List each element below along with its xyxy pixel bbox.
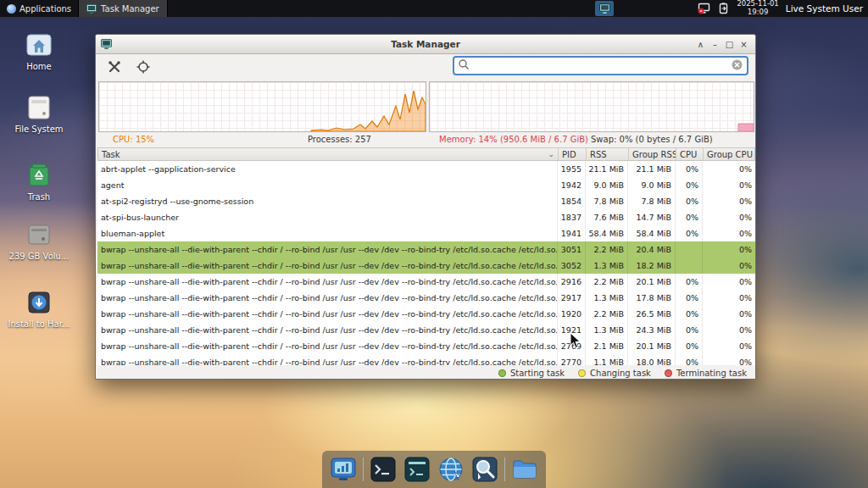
remote-display-tray-icon[interactable] <box>698 3 710 14</box>
column-header-task[interactable]: Task ⌄ <box>98 148 559 160</box>
rss-cell: 7.6 MiB <box>586 209 628 225</box>
stats-row: CPU: 15% Processes: 257 Memory: 14% (950… <box>96 135 755 147</box>
cpu-cell <box>676 258 703 274</box>
cpu-cell: 0% <box>676 209 703 225</box>
table-row[interactable]: bwrap --unshare-all --die-with-parent --… <box>97 290 755 306</box>
group-rss-cell: 18.0 MiB <box>628 354 676 365</box>
desktop-icon-installer[interactable]: Install to Har... <box>7 288 71 329</box>
table-row[interactable]: at-spi-bus-launcher 1837 7.6 MiB 14.7 Mi… <box>97 209 755 225</box>
terminal-icon <box>370 456 397 483</box>
rss-cell: 1.3 MiB <box>586 258 628 274</box>
swap-stat: Swap: 0% (0 bytes / 6.7 GiB) <box>591 135 713 144</box>
desktop-icon-volume[interactable]: 239 GB Volu... <box>7 220 71 261</box>
rss-cell: 1.1 MiB <box>586 354 628 365</box>
rss-cell: 1.3 MiB <box>586 290 628 306</box>
task-cell: agent <box>97 177 558 193</box>
process-rows: abrt-applet --gapplication-service 1955 … <box>97 161 755 365</box>
cpu-cell: 0% <box>676 290 703 306</box>
desktop-icon-label: Install to Har... <box>8 319 70 329</box>
pid-cell: 2769 <box>558 338 586 354</box>
group-rss-cell: 20.4 MiB <box>628 241 676 258</box>
task-cell: bwrap --unshare-all --die-with-parent --… <box>97 290 558 306</box>
cpu-cell: 0% <box>676 306 703 322</box>
table-row[interactable]: bwrap --unshare-all --die-with-parent --… <box>97 274 755 290</box>
search-box <box>453 56 748 75</box>
group-rss-cell: 20.1 MiB <box>628 338 676 354</box>
cpu-stat: CPU: 15% <box>113 135 154 144</box>
table-row[interactable]: bwrap --unshare-all --die-with-parent --… <box>97 354 755 365</box>
desktop-icon-filesystem[interactable]: File System <box>7 93 71 134</box>
desktop: Applications Task Manager 2025-11-01 19:… <box>0 0 868 488</box>
group-rss-cell: 9.0 MiB <box>628 177 676 193</box>
group-rss-cell: 17.8 MiB <box>628 290 676 306</box>
shade-button[interactable]: ∧ <box>694 38 707 51</box>
table-row[interactable]: bwrap --unshare-all --die-with-parent --… <box>97 258 755 274</box>
web-browser-icon <box>437 456 465 483</box>
maximize-button[interactable]: □ <box>723 38 736 51</box>
group-rss-cell: 24.3 MiB <box>628 322 676 338</box>
legend-changing: Changing task <box>578 369 651 378</box>
identify-window-button[interactable] <box>133 57 153 77</box>
table-row[interactable]: bwrap --unshare-all --die-with-parent --… <box>97 306 755 322</box>
column-header-pid[interactable]: PID <box>559 148 587 160</box>
clock[interactable]: 2025-11-01 19:09 <box>737 0 778 17</box>
dock-terminal[interactable] <box>369 455 398 484</box>
dock-terminal-alt[interactable] <box>403 455 431 484</box>
table-row[interactable]: abrt-applet --gapplication-service 1955 … <box>97 161 755 177</box>
group-cpu-cell: 0% <box>703 225 755 241</box>
processes-stat: Processes: 257 <box>308 135 371 144</box>
pid-cell: 1942 <box>558 177 586 193</box>
titlebar[interactable]: Task Manager ∧ – □ × <box>96 35 755 54</box>
cpu-cell: 0% <box>676 225 703 241</box>
table-row[interactable]: at-spi2-registryd --use-gnome-session 18… <box>97 193 755 209</box>
group-cpu-cell: 0% <box>703 258 755 274</box>
column-header-group-cpu[interactable]: Group CPU <box>704 148 756 160</box>
group-rss-cell: 18.2 MiB <box>628 258 676 274</box>
window-title: Task Manager <box>96 39 755 49</box>
tray-task-manager-button[interactable] <box>595 1 614 16</box>
clear-search-icon[interactable] <box>732 58 743 74</box>
minimize-button[interactable]: – <box>709 38 721 51</box>
dock-application-finder[interactable] <box>470 455 499 484</box>
group-cpu-cell: 0% <box>703 322 755 338</box>
desktop-icon-home[interactable]: Home <box>7 30 71 71</box>
session-power-tray-icon[interactable] <box>717 3 730 14</box>
pid-cell: 1921 <box>558 322 586 338</box>
dock <box>322 451 546 488</box>
rss-cell: 9.0 MiB <box>586 177 628 193</box>
dock-file-manager[interactable] <box>510 455 539 484</box>
task-cell: bwrap --unshare-all --die-with-parent --… <box>97 306 558 322</box>
desktop-icon-label: Home <box>26 62 52 71</box>
table-row[interactable]: bwrap --unshare-all --die-with-parent --… <box>97 241 755 258</box>
task-cell: bwrap --unshare-all --die-with-parent --… <box>97 338 558 354</box>
dock-web-browser[interactable] <box>437 455 465 484</box>
table-row[interactable]: bwrap --unshare-all --die-with-parent --… <box>97 322 755 338</box>
settings-button[interactable] <box>104 57 125 77</box>
group-cpu-cell: 0% <box>703 193 755 209</box>
column-header-group-rss[interactable]: Group RSS <box>629 148 676 160</box>
table-row[interactable]: agent 1942 9.0 MiB 9.0 MiB 0% 0% <box>97 177 755 193</box>
group-rss-cell: 20.1 MiB <box>628 274 676 290</box>
group-cpu-cell: 0% <box>703 241 755 258</box>
search-input[interactable] <box>470 60 732 71</box>
table-row[interactable]: blueman-applet 1941 58.4 MiB 58.4 MiB 0%… <box>97 225 755 241</box>
rss-cell: 2.1 MiB <box>586 338 628 354</box>
desktop-icon-label: 239 GB Volu... <box>9 252 70 261</box>
dock-separator <box>504 458 505 481</box>
memory-graph <box>429 81 754 132</box>
pid-cell: 1955 <box>558 161 586 177</box>
taskbar-window-button[interactable]: Task Manager <box>78 0 168 17</box>
table-row[interactable]: bwrap --unshare-all --die-with-parent --… <box>97 338 755 354</box>
legend-starting: Starting task <box>498 369 565 378</box>
changing-task-dot-icon <box>578 369 586 377</box>
applications-menu[interactable]: Applications <box>0 0 78 17</box>
desktop-icon-label: File System <box>14 125 63 134</box>
close-button[interactable]: × <box>737 38 750 51</box>
rss-cell: 2.2 MiB <box>586 306 628 322</box>
column-header-cpu[interactable]: CPU <box>676 148 704 160</box>
dock-task-manager[interactable] <box>329 455 358 484</box>
column-header-rss[interactable]: RSS <box>587 148 629 160</box>
task-manager-icon <box>86 4 97 14</box>
desktop-icon-trash[interactable]: Trash <box>7 161 71 202</box>
task-cell: bwrap --unshare-all --die-with-parent --… <box>97 322 558 338</box>
